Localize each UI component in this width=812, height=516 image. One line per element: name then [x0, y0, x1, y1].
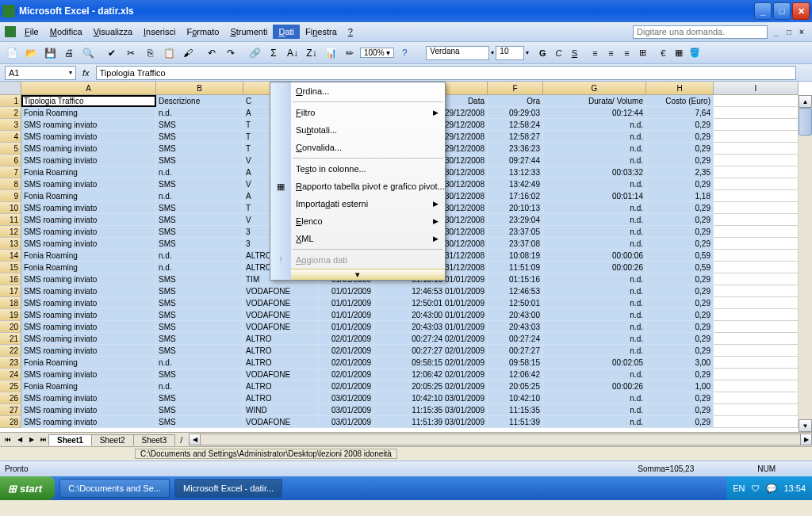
- cell-H18[interactable]: 0,29: [646, 297, 714, 309]
- cell-H22[interactable]: 0,29: [646, 345, 714, 357]
- cell-G15[interactable]: 00:00:26: [543, 262, 646, 273]
- app-icon[interactable]: [5, 26, 16, 37]
- cell-F19[interactable]: 20:43:00: [488, 309, 543, 321]
- cell-G2[interactable]: 00:12:44: [543, 107, 646, 119]
- cell-H16[interactable]: 0,29: [646, 273, 714, 285]
- cell-F5[interactable]: 23:36:23: [488, 143, 543, 155]
- hyperlink-icon[interactable]: 🔗: [246, 44, 263, 62]
- doc-restore[interactable]: □: [783, 26, 795, 37]
- cell-B20[interactable]: SMS: [156, 321, 243, 333]
- cell-G4[interactable]: n.d.: [543, 131, 646, 143]
- row-header-24[interactable]: 24: [0, 369, 21, 380]
- help-icon[interactable]: ?: [396, 44, 413, 62]
- row-header-26[interactable]: 26: [0, 392, 21, 404]
- cell-I17[interactable]: [714, 285, 799, 297]
- cell-D21[interactable]: 02/01/2009: [319, 333, 374, 345]
- cell-B25[interactable]: n.d.: [156, 380, 243, 392]
- cell-I13[interactable]: [714, 238, 799, 250]
- row-header-9[interactable]: 9: [0, 190, 21, 202]
- task-button[interactable]: Microsoft Excel - datir...: [174, 479, 282, 498]
- cell-F12[interactable]: 23:37:05: [488, 226, 543, 238]
- fx-icon[interactable]: fx: [82, 68, 90, 78]
- hscroll-left-icon[interactable]: ◀: [189, 434, 201, 445]
- cell-A11[interactable]: SMS roaming inviato: [21, 214, 156, 226]
- menu-item-importa-dati-esterni[interactable]: Importa dati esterni▶: [270, 195, 445, 212]
- cell-G20[interactable]: n.d.: [543, 321, 646, 333]
- horizontal-scrollbar[interactable]: ◀ ▶: [189, 434, 812, 445]
- spell-icon[interactable]: ✔: [103, 44, 121, 62]
- cell-D28[interactable]: 03/01/2009: [319, 416, 374, 428]
- menu-modifica[interactable]: Modifica: [44, 25, 88, 39]
- sheet-tab-sheet2[interactable]: Sheet2: [91, 434, 134, 445]
- cell-I12[interactable]: [714, 226, 799, 238]
- menu-item-ordina-[interactable]: Ordina...: [270, 82, 445, 100]
- underline-button[interactable]: S: [567, 46, 581, 60]
- cell-I16[interactable]: [714, 273, 799, 285]
- row-header-27[interactable]: 27: [0, 404, 21, 416]
- scroll-up-icon[interactable]: ▲: [799, 95, 812, 108]
- cell-A4[interactable]: SMS roaming inviato: [21, 131, 156, 143]
- cell-F4[interactable]: 12:58:27: [488, 131, 543, 143]
- row-header-18[interactable]: 18: [0, 297, 21, 309]
- cell-F16[interactable]: 01:15:16: [488, 273, 543, 285]
- cell-A28[interactable]: SMS roaming inviato: [21, 416, 156, 428]
- menu-?[interactable]: ?: [343, 25, 358, 39]
- scroll-thumb[interactable]: [799, 108, 812, 136]
- cell-H2[interactable]: 7,64: [646, 107, 714, 119]
- cell-H13[interactable]: 0,29: [646, 238, 714, 250]
- task-button[interactable]: C:\Documents and Se...: [59, 479, 170, 498]
- name-box[interactable]: A1▾: [5, 66, 76, 80]
- row-header-3[interactable]: 3: [0, 119, 21, 131]
- borders-icon[interactable]: ▦: [672, 46, 686, 60]
- cell-C26[interactable]: ALTRO: [243, 392, 319, 404]
- cell-B19[interactable]: SMS: [156, 309, 243, 321]
- fill-color-icon[interactable]: 🪣: [688, 46, 702, 60]
- cell-A10[interactable]: SMS roaming inviato: [21, 202, 156, 214]
- paste-icon[interactable]: 📋: [160, 44, 178, 62]
- cell-H17[interactable]: 0,29: [646, 285, 714, 297]
- cell-E26[interactable]: 10:42:10 03/01/2009: [374, 392, 488, 404]
- cell-B28[interactable]: SMS: [156, 416, 243, 428]
- cell-D18[interactable]: 01/01/2009: [319, 297, 374, 309]
- cell-A24[interactable]: SMS roaming inviato: [21, 369, 156, 380]
- cell-B8[interactable]: SMS: [156, 178, 243, 190]
- scroll-down-icon[interactable]: ▼: [799, 419, 812, 432]
- row-header-5[interactable]: 5: [0, 143, 21, 155]
- cell-H10[interactable]: 0,29: [646, 202, 714, 214]
- col-header-I[interactable]: I: [714, 82, 799, 95]
- cell-H4[interactable]: 0,29: [646, 131, 714, 143]
- cell-F10[interactable]: 20:10:13: [488, 202, 543, 214]
- cell-I6[interactable]: [714, 155, 799, 166]
- row-header-16[interactable]: 16: [0, 273, 21, 285]
- cell-C18[interactable]: VODAFONE: [243, 297, 319, 309]
- sheet-tab-sheet3[interactable]: Sheet3: [133, 434, 176, 445]
- cell-I18[interactable]: [714, 297, 799, 309]
- cell-H11[interactable]: 0,29: [646, 214, 714, 226]
- cell-B6[interactable]: SMS: [156, 155, 243, 166]
- cell-F23[interactable]: 09:58:15: [488, 357, 543, 369]
- cell-G18[interactable]: n.d.: [543, 297, 646, 309]
- row-header-17[interactable]: 17: [0, 285, 21, 297]
- cell-G23[interactable]: 00:02:05: [543, 357, 646, 369]
- lang-indicator[interactable]: EN: [733, 484, 745, 493]
- autosum-icon[interactable]: Σ: [265, 44, 282, 62]
- cell-G8[interactable]: n.d.: [543, 178, 646, 190]
- cell-B1[interactable]: Descrizione: [156, 95, 243, 107]
- hscroll-right-icon[interactable]: ▶: [800, 434, 812, 445]
- cell-F28[interactable]: 11:51:39: [488, 416, 543, 428]
- font-size-combo[interactable]: 10: [496, 46, 524, 60]
- menu-item-convalida-[interactable]: Convalida...: [270, 139, 445, 156]
- cell-E24[interactable]: 12:06:42 02/01/2009: [374, 369, 488, 380]
- cell-B10[interactable]: SMS: [156, 202, 243, 214]
- next-sheet-icon[interactable]: ▶: [25, 434, 37, 445]
- cell-A23[interactable]: Fonia Roaming: [21, 357, 156, 369]
- cell-G11[interactable]: n.d.: [543, 214, 646, 226]
- cell-A12[interactable]: SMS roaming inviato: [21, 226, 156, 238]
- menu-item-rapporto-tabella-pivot-e-grafico-pivot-[interactable]: ▦Rapporto tabella pivot e grafico pivot.…: [270, 178, 445, 195]
- cell-D26[interactable]: 03/01/2009: [319, 392, 374, 404]
- cell-A20[interactable]: SMS roaming inviato: [21, 321, 156, 333]
- cell-H14[interactable]: 0,59: [646, 250, 714, 262]
- cell-F9[interactable]: 17:16:02: [488, 190, 543, 202]
- menu-finestra[interactable]: Finestra: [300, 25, 343, 39]
- cell-H9[interactable]: 1,18: [646, 190, 714, 202]
